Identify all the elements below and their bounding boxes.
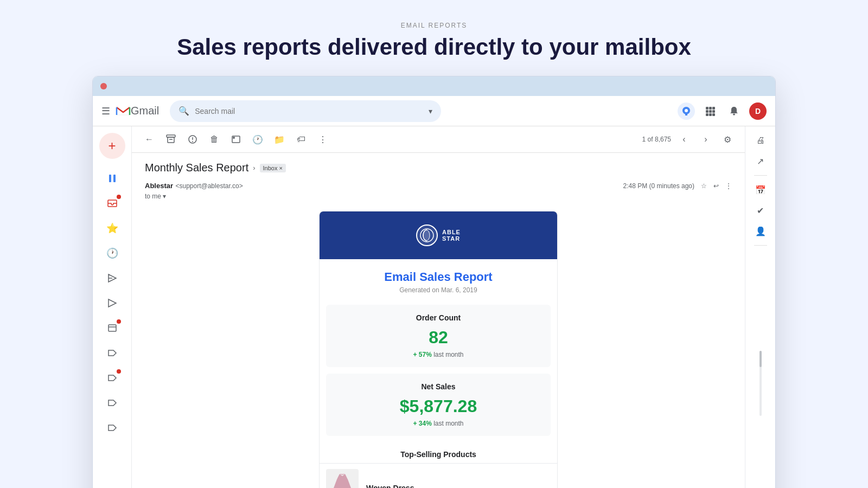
gmail-container: ☰ Gmail 🔍 ▾ (93, 96, 775, 488)
sender-info: Ablestar <support@ablestar.co> (145, 181, 243, 190)
sidebar-item-sent[interactable] (101, 267, 123, 289)
sidebar-item-label4[interactable] (101, 417, 123, 439)
sidebar-item-label3[interactable] (101, 392, 123, 414)
user-avatar[interactable]: D (749, 102, 767, 120)
net-sales-card: Net Sales $5,877.28 + 34% last month (326, 374, 551, 436)
contacts-panel-icon[interactable]: 👤 (752, 222, 769, 240)
inbox-badge (117, 195, 121, 199)
order-count-change-text: last month (433, 351, 463, 358)
page-title: Sales reports delivered directly to your… (177, 35, 691, 60)
inbox-tag-label: Inbox (263, 165, 278, 171)
more-button[interactable]: ⋮ (314, 131, 331, 148)
calendar-panel-icon[interactable]: 📅 (752, 181, 769, 198)
toolbar-right: 1 of 8,675 ‹ › ⚙ (642, 131, 736, 148)
next-email-button[interactable]: › (697, 131, 714, 148)
notifications-icon[interactable] (725, 102, 743, 120)
svg-rect-8 (706, 113, 709, 116)
gmail-search-bar[interactable]: 🔍 ▾ (170, 100, 441, 122)
inbox-tag: Inbox × (260, 164, 286, 172)
archive-button[interactable] (162, 131, 180, 148)
gmail-right-panel: 🖨 ↗ 📅 ✔ 👤 + (745, 126, 775, 488)
svg-rect-12 (109, 175, 111, 182)
mark-unread-button[interactable] (227, 131, 245, 148)
label-button[interactable]: 🏷 (292, 131, 310, 148)
report-title-area: Email Sales Report Generated on Mar. 6, … (320, 259, 557, 305)
browser-window: ☰ Gmail 🔍 ▾ (92, 76, 776, 488)
spam-button[interactable] (184, 131, 201, 148)
email-label-arrow: › (253, 164, 255, 172)
email-count: 1 of 8,675 (642, 136, 671, 143)
scrollbar-area (760, 251, 762, 488)
prev-email-button[interactable]: ‹ (675, 131, 693, 148)
inbox-tag-close[interactable]: × (279, 165, 283, 171)
right-panel-divider (754, 175, 767, 176)
email-thread: ← 🗑 🕐 📁 🏷 ⋮ 1 of 8 (132, 126, 745, 488)
net-sales-value: $5,877.28 (335, 396, 542, 416)
logo-text-block: ABLE STAR (442, 229, 461, 242)
sidebar-item-label2[interactable] (101, 367, 123, 389)
email-to-dropdown[interactable]: ▾ (163, 192, 166, 200)
reply-icon[interactable]: ↩ (713, 182, 719, 190)
sidebar-item-inbox[interactable] (101, 192, 123, 214)
gmail-logo: Gmail (116, 105, 159, 117)
menu-icon[interactable]: ☰ (101, 105, 110, 117)
scrollbar-track (760, 351, 762, 416)
snooze-button[interactable]: 🕐 (249, 131, 266, 148)
sidebar-item-snoozed[interactable]: 🕐 (101, 242, 123, 264)
sidebar-item-label1[interactable] (101, 342, 123, 364)
svg-rect-21 (168, 137, 174, 143)
search-dropdown-icon[interactable]: ▾ (429, 107, 432, 115)
sidebar-item-starred[interactable]: ⭐ (101, 217, 123, 239)
sidebar-item-more-sent[interactable] (101, 292, 123, 314)
scrollbar-thumb[interactable] (760, 351, 762, 367)
print-icon[interactable]: 🖨 (752, 132, 769, 149)
report-title: Email Sales Report (330, 270, 546, 284)
apps-icon[interactable] (701, 102, 719, 120)
search-input[interactable] (195, 107, 429, 115)
svg-point-1 (685, 109, 688, 112)
svg-rect-4 (712, 107, 715, 110)
ablestar-logo: ABLE STAR (416, 224, 461, 246)
sidebar-item-pause[interactable] (101, 168, 123, 189)
svg-marker-17 (108, 299, 116, 307)
label2-badge (117, 369, 121, 374)
open-external-icon[interactable]: ↗ (752, 152, 769, 170)
sidebar-item-drafts[interactable] (101, 317, 123, 339)
support-icon[interactable] (678, 102, 695, 120)
svg-rect-5 (706, 110, 709, 113)
svg-point-25 (192, 141, 193, 142)
svg-point-29 (423, 230, 430, 241)
back-button[interactable]: ← (141, 131, 158, 148)
email-toolbar: ← 🗑 🕐 📁 🏷 ⋮ 1 of 8 (132, 126, 745, 153)
product-thumbnail (326, 469, 359, 488)
logo-circle (416, 224, 438, 246)
svg-rect-6 (709, 110, 712, 113)
email-subject-line: Monthly Sales Report › Inbox × (145, 162, 732, 174)
move-to-button[interactable]: 📁 (271, 131, 288, 148)
product-name: Woven Dress (366, 484, 414, 488)
net-sales-pct: + 34% (413, 420, 431, 427)
email-sender-row: Ablestar <support@ablestar.co> 2:48 PM (… (145, 181, 732, 190)
more-email-options-icon[interactable]: ⋮ (725, 182, 732, 190)
report-header: ABLE STAR (320, 211, 557, 259)
gmail-right-icons: D (678, 102, 767, 120)
gmail-topbar: ☰ Gmail 🔍 ▾ (93, 96, 775, 126)
browser-close-dot[interactable] (100, 83, 107, 89)
email-time-text: 2:48 PM (0 minutes ago) (623, 182, 694, 190)
star-icon[interactable]: ☆ (701, 182, 707, 190)
page-header: EMAIL REPORTS Sales reports delivered di… (166, 0, 702, 76)
sender-name: Ablestar (145, 182, 173, 190)
email-time-area: 2:48 PM (0 minutes ago) ☆ ↩ ⋮ (623, 182, 732, 190)
net-sales-change-text: last month (433, 420, 463, 427)
order-count-card: Order Count 82 + 57% last month (326, 305, 551, 367)
svg-point-27 (233, 137, 235, 139)
delete-button[interactable]: 🗑 (206, 131, 223, 148)
tasks-panel-icon[interactable]: ✔ (752, 202, 769, 219)
browser-bar (93, 76, 775, 96)
compose-button[interactable]: + (99, 133, 125, 159)
drafts-badge (117, 319, 121, 324)
order-count-value: 82 (335, 328, 542, 348)
settings-button[interactable]: ⚙ (719, 131, 736, 148)
order-count-pct: + 57% (413, 351, 431, 358)
gmail-name-label: Gmail (131, 105, 159, 117)
